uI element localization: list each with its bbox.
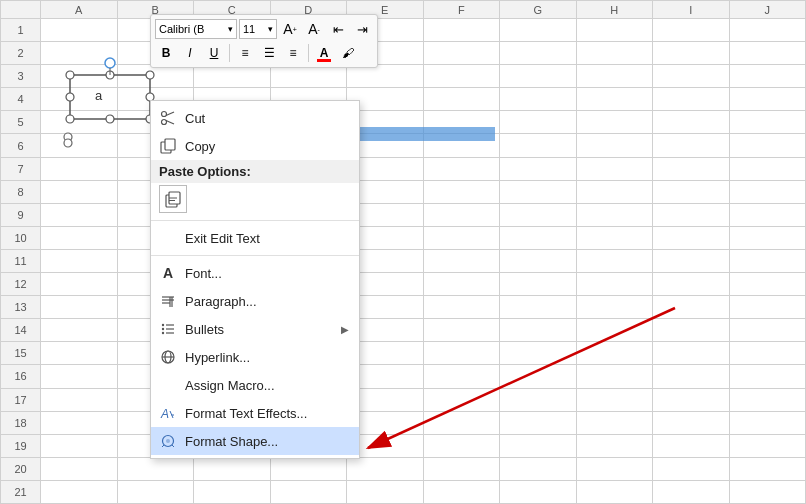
paste-icons-row [151,183,359,217]
bullets-icon [159,320,177,338]
svg-rect-19 [165,139,175,150]
col-header-h: H [576,1,653,19]
row-13: 13 [1,296,41,319]
row-5: 5 [1,111,41,134]
font-size-label: 11 [243,23,255,35]
format-shape-icon [159,432,177,450]
menu-item-copy[interactable]: Copy [151,132,359,160]
paste-options-label: Paste Options: [159,164,251,179]
copy-icon [159,137,177,155]
svg-point-14 [162,112,167,117]
highlight-button[interactable]: 🖌 [337,42,359,64]
align-left-button[interactable]: ≡ [234,42,256,64]
svg-point-31 [162,332,164,334]
font-color-indicator [317,59,331,62]
align-right-button[interactable]: ≡ [282,42,304,64]
indent-decrease-button[interactable]: ⇤ [327,18,349,40]
row-17: 17 [1,388,41,411]
svg-line-17 [166,121,174,125]
menu-item-format-shape[interactable]: Format Shape... [151,427,359,455]
font-name-selector[interactable]: Calibri (B ▾ [155,19,237,39]
row-11: 11 [1,249,41,272]
menu-item-format-text-effects[interactable]: A Format Text Effects... [151,399,359,427]
bullets-submenu-arrow: ▶ [341,324,349,335]
floating-toolbar: Calibri (B ▾ 11 ▾ A+ A- ⇤ ⇥ B I U ≡ ☰ ≡ … [150,14,378,68]
svg-text:A: A [160,407,169,421]
row-6: 6 [1,134,41,157]
menu-item-bullets[interactable]: Bullets ▶ [151,315,359,343]
hyperlink-label: Hyperlink... [185,350,349,365]
row-14: 14 [1,319,41,342]
cut-label: Cut [185,111,349,126]
align-center-button[interactable]: ☰ [258,42,280,64]
menu-item-hyperlink[interactable]: Hyperlink... [151,343,359,371]
svg-point-29 [162,324,164,326]
assign-macro-label: Assign Macro... [185,378,349,393]
row-16: 16 [1,365,41,388]
row-9: 9 [1,203,41,226]
svg-line-16 [166,112,174,116]
col-header-g: G [500,1,577,19]
col-header-i: I [653,1,730,19]
font-name-dropdown-icon: ▾ [228,24,233,34]
context-menu: Cut Copy Paste Options: Exit Edit Text [150,100,360,459]
menu-item-paragraph[interactable]: Paragraph... [151,287,359,315]
menu-item-cut[interactable]: Cut [151,104,359,132]
underline-button[interactable]: U [203,42,225,64]
hyperlink-icon [159,348,177,366]
format-text-effects-label: Format Text Effects... [185,406,349,421]
col-header-j: J [729,1,806,19]
menu-item-exit-edit[interactable]: Exit Edit Text [151,224,359,252]
row-8: 8 [1,180,41,203]
menu-item-assign-macro[interactable]: Assign Macro... [151,371,359,399]
row-1: 1 [1,19,41,42]
paste-icon-button[interactable] [159,185,187,213]
increase-font-button[interactable]: A+ [279,18,301,40]
svg-point-40 [166,439,170,443]
exit-edit-label: Exit Edit Text [185,231,349,246]
italic-button[interactable]: I [179,42,201,64]
font-name-label: Calibri (B [159,23,204,35]
col-header-f: F [423,1,500,19]
font-icon: A [159,264,177,282]
toolbar-separator-1 [229,44,230,62]
paragraph-icon [159,292,177,310]
menu-item-font[interactable]: A Font... [151,259,359,287]
row-15: 15 [1,342,41,365]
format-shape-label: Format Shape... [185,434,349,449]
assign-macro-icon [159,376,177,394]
bold-button[interactable]: B [155,42,177,64]
row-2: 2 [1,42,41,65]
font-size-selector[interactable]: 11 ▾ [239,19,277,39]
row-19: 19 [1,434,41,457]
text-effects-icon: A [159,404,177,422]
row-20: 20 [1,457,41,480]
separator-1 [151,220,359,221]
row-21: 21 [1,480,41,503]
corner-header [1,1,41,19]
exit-edit-icon [159,229,177,247]
separator-2 [151,255,359,256]
row-10: 10 [1,226,41,249]
svg-point-15 [162,120,167,125]
row-18: 18 [1,411,41,434]
copy-label: Copy [185,139,349,154]
row-4: 4 [1,88,41,111]
row-3: 3 [1,65,41,88]
row-7: 7 [1,157,41,180]
font-label: Font... [185,266,349,281]
col-header-a: A [41,1,118,19]
row-12: 12 [1,273,41,296]
menu-item-paste-options: Paste Options: [151,160,359,183]
toolbar-row-2: B I U ≡ ☰ ≡ A 🖌 [155,42,373,64]
toolbar-separator-2 [308,44,309,62]
scissors-icon [159,109,177,127]
decrease-font-button[interactable]: A- [303,18,325,40]
svg-point-30 [162,328,164,330]
bullets-label: Bullets [185,322,333,337]
font-size-dropdown-icon: ▾ [268,24,273,34]
selected-cell-bar [355,127,495,141]
font-color-button[interactable]: A [313,42,335,64]
indent-increase-button[interactable]: ⇥ [351,18,373,40]
spreadsheet-grid: A B C D E F G H I J 1 2 3 4 5 6 7 8 9 10… [0,0,806,504]
